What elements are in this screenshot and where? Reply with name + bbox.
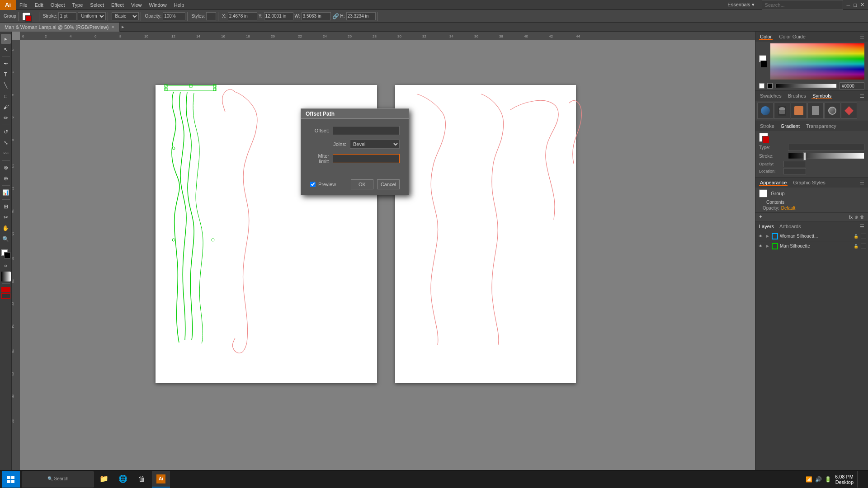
symbol-1[interactable]	[757, 103, 774, 119]
menu-object[interactable]: Object	[47, 0, 69, 9]
direct-selection-tool[interactable]: ↖	[1, 45, 11, 55]
search-box[interactable]	[762, 0, 843, 10]
layer-2-lock[interactable]: 🔒	[854, 244, 859, 249]
transparency-tab[interactable]: Transparency	[805, 123, 837, 129]
line-tool[interactable]: ╲	[1, 80, 11, 90]
hand-tool[interactable]: ✋	[1, 223, 11, 233]
volume-icon[interactable]: 🔊	[815, 476, 822, 483]
artboards-tab[interactable]: Artboards	[779, 224, 801, 229]
layer-2-visibility[interactable]: 👁	[757, 243, 764, 249]
delete-appearance-icon[interactable]: 🗑	[860, 215, 864, 220]
scale-tool[interactable]: ⤡	[1, 138, 11, 148]
stroke-color[interactable]	[4, 252, 10, 258]
layer-row-1[interactable]: 👁 ▶ Woman Silhouett... 🔒	[755, 231, 868, 241]
color-none-box[interactable]: ⊘	[1, 261, 11, 271]
link-proportions-icon[interactable]: 🔗	[332, 13, 339, 19]
close-btn[interactable]: ✕	[860, 2, 864, 8]
location-input[interactable]	[783, 168, 806, 174]
column-graph-tool[interactable]: 📊	[1, 188, 11, 197]
selection-tool[interactable]: ▸	[1, 34, 11, 44]
symbol-2[interactable]	[774, 103, 790, 119]
layer-1-target[interactable]	[861, 234, 866, 239]
w-input[interactable]	[302, 12, 331, 20]
style-dropdown[interactable]	[206, 12, 216, 20]
layers-tab[interactable]: Layers	[759, 224, 774, 229]
restore-btn[interactable]: □	[854, 2, 857, 8]
color-guide-tab[interactable]: Color Guide	[778, 34, 807, 39]
preview-checkbox[interactable]	[310, 182, 316, 187]
taskbar-chrome[interactable]: 🌐	[114, 471, 132, 488]
fx-icon[interactable]: fx	[849, 215, 853, 220]
stroke-color-box[interactable]	[25, 15, 32, 22]
slice-tool[interactable]: ✂	[1, 212, 11, 222]
appearance-tab[interactable]: Appearance	[759, 180, 788, 186]
miter-input[interactable]: 4	[333, 154, 400, 163]
stroke-fill-bg[interactable]	[762, 136, 769, 143]
symbol-3[interactable]	[791, 103, 807, 119]
menu-effect[interactable]: Effect	[108, 0, 127, 9]
canvas-content[interactable]	[20, 40, 755, 479]
menu-select[interactable]: Select	[86, 0, 108, 9]
rotate-tool[interactable]: ↺	[1, 127, 11, 137]
y-input[interactable]	[264, 12, 293, 20]
layer-2-target[interactable]	[861, 244, 866, 249]
duplicate-appearance-icon[interactable]: ⊕	[854, 215, 858, 220]
offset-input[interactable]: 0.5 in	[333, 126, 400, 135]
symbol-6[interactable]	[841, 103, 857, 119]
gradient-box[interactable]	[1, 272, 11, 282]
fill-color-box[interactable]	[22, 12, 30, 20]
graphic-styles-tab[interactable]: Graphic Styles	[792, 180, 826, 185]
menu-file[interactable]: File	[16, 0, 31, 9]
type-input[interactable]	[788, 144, 864, 151]
stroke-type-select[interactable]: Basic	[112, 12, 139, 20]
symbol-tool[interactable]: ⊕	[1, 174, 11, 183]
layer-row-2[interactable]: 👁 ▶ Man Silhouette 🔒	[755, 241, 868, 251]
color-tab[interactable]: Color	[759, 34, 773, 40]
hex-input[interactable]	[840, 82, 864, 89]
taskbar-illustrator[interactable]: Ai	[152, 471, 170, 488]
type-tool[interactable]: T	[1, 70, 11, 80]
layer-2-expand[interactable]: ▶	[765, 244, 770, 249]
swatches-tab[interactable]: Swatches	[759, 93, 783, 99]
doc-tab-main[interactable]: Man & Woman Lamp.ai @ 50% (RGB/Preview) …	[0, 23, 120, 32]
stroke-tab[interactable]: Stroke	[759, 123, 775, 129]
warp-tool[interactable]: 〰	[1, 149, 11, 159]
minimize-btn[interactable]: ─	[847, 2, 850, 8]
menu-view[interactable]: View	[127, 0, 146, 9]
swatches-panel-menu-icon[interactable]: ☰	[860, 93, 864, 99]
menu-window[interactable]: Window	[146, 0, 170, 9]
layer-1-lock[interactable]: 🔒	[854, 234, 859, 239]
stroke-indicator[interactable]	[760, 61, 768, 68]
blend-tool[interactable]: ⊗	[1, 163, 11, 173]
menu-edit[interactable]: Edit	[31, 0, 47, 9]
white-swatch[interactable]	[759, 83, 764, 89]
stroke-profile-select[interactable]: Uniform	[78, 12, 106, 20]
rect-tool[interactable]: □	[1, 91, 11, 101]
black-swatch[interactable]	[767, 83, 773, 89]
opacity-input[interactable]	[163, 12, 185, 20]
x-input[interactable]	[228, 12, 257, 20]
pen-tool[interactable]: ✒	[1, 59, 11, 69]
search-input[interactable]	[765, 2, 840, 8]
gradient-tab[interactable]: Gradient	[780, 123, 801, 129]
show-desktop-btn[interactable]	[857, 471, 866, 488]
brushes-tab[interactable]: Brushes	[787, 93, 807, 99]
layer-1-visibility[interactable]: 👁	[757, 233, 764, 239]
taskbar-clock[interactable]: 6:08 PM Desktop	[835, 474, 854, 485]
taskbar-file-explorer[interactable]: 📁	[95, 471, 113, 488]
symbols-tab[interactable]: Symbols	[811, 93, 832, 99]
joins-select[interactable]: Miter Round Bevel	[350, 140, 400, 149]
stroke-input[interactable]	[58, 12, 76, 20]
color-panel-menu-icon[interactable]: ☰	[860, 34, 864, 40]
paintbrush-tool[interactable]: 🖌	[1, 102, 11, 112]
draw-mode-normal[interactable]	[1, 287, 10, 292]
offset-path-dialog[interactable]: Offset Path Offset: 0.5 in Joins: Miter …	[301, 108, 409, 195]
network-icon[interactable]: 📶	[806, 476, 812, 483]
battery-icon[interactable]: 🔋	[825, 476, 831, 483]
opacity-stroke-input[interactable]	[783, 161, 806, 167]
taskbar-recycle[interactable]: 🗑	[133, 471, 151, 488]
menu-help[interactable]: Help	[170, 0, 188, 9]
pencil-tool[interactable]: ✏	[1, 113, 11, 123]
zoom-tool[interactable]: 🔍	[1, 234, 11, 244]
stroke-fill-fg[interactable]	[759, 133, 768, 142]
